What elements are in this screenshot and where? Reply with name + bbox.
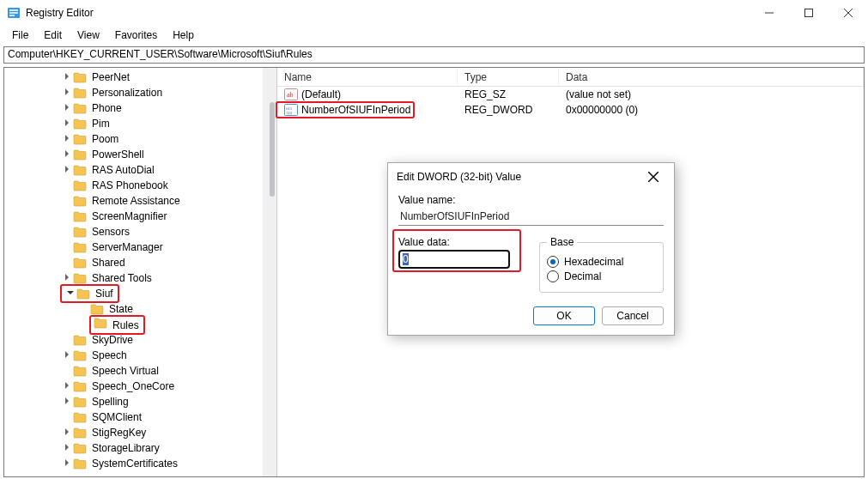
- folder-icon: [73, 149, 87, 161]
- tree-label: StorageLibrary: [90, 440, 161, 456]
- expander-icon[interactable]: [61, 85, 73, 100]
- ok-button[interactable]: OK: [533, 306, 595, 325]
- expander-icon[interactable]: [64, 286, 76, 301]
- value-name-field[interactable]: NumberOfSIUFInPeriod: [398, 208, 664, 226]
- expander-icon[interactable]: [61, 394, 73, 409]
- tree-item[interactable]: StigRegKey: [9, 425, 276, 440]
- tree-item[interactable]: Speech_OneCore: [9, 379, 276, 394]
- tree-item[interactable]: Speech: [9, 348, 276, 363]
- tree-label: Poom: [90, 131, 120, 147]
- folder-icon: [73, 380, 87, 392]
- radio-decimal[interactable]: Decimal: [547, 270, 656, 282]
- tree-item[interactable]: Spelling: [9, 394, 276, 409]
- dialog-titlebar[interactable]: Edit DWORD (32-bit) Value: [388, 163, 674, 191]
- tree-label: PeerNet: [90, 70, 131, 85]
- tree-item[interactable]: SQMClient: [9, 409, 276, 425]
- tree-label: SystemCertificates: [90, 456, 179, 471]
- expander-icon[interactable]: [61, 348, 73, 363]
- expander-icon[interactable]: [61, 425, 73, 440]
- tree-item[interactable]: RAS Phonebook: [9, 178, 276, 193]
- expander-icon[interactable]: [61, 379, 73, 394]
- folder-icon: [73, 102, 87, 114]
- tree[interactable]: PeerNetPersonalizationPhonePimPoomPowerS…: [4, 68, 276, 473]
- folder-icon: [73, 411, 87, 423]
- expander-icon[interactable]: [61, 456, 73, 471]
- tree-item[interactable]: PowerShell: [9, 147, 276, 162]
- tree-label: PowerShell: [90, 147, 146, 162]
- radio-icon: [547, 270, 559, 282]
- tree-item[interactable]: ScreenMagnifier: [9, 209, 276, 224]
- folder-icon: [73, 87, 87, 99]
- app-title: Registry Editor: [26, 7, 94, 19]
- svg-rect-1: [9, 9, 18, 11]
- tree-item[interactable]: Pim: [9, 116, 276, 131]
- folder-icon: [94, 317, 107, 329]
- tree-label: ScreenMagnifier: [90, 209, 168, 224]
- radio-label: Decimal: [564, 270, 601, 282]
- address-bar[interactable]: Computer\HKEY_CURRENT_USER\Software\Micr…: [3, 46, 865, 64]
- expander-icon[interactable]: [61, 162, 73, 178]
- expander-icon[interactable]: [61, 100, 73, 116]
- menu-view[interactable]: View: [70, 27, 106, 43]
- tree-item[interactable]: StorageLibrary: [9, 440, 276, 456]
- tree-item[interactable]: Siuf: [9, 286, 276, 301]
- highlight-box: Siuf: [60, 284, 119, 303]
- col-type[interactable]: Type: [458, 70, 559, 85]
- highlight-box: [276, 101, 415, 118]
- tree-item[interactable]: SystemCertificates: [9, 456, 276, 471]
- expander-icon[interactable]: [61, 147, 73, 162]
- scrollbar-thumb[interactable]: [270, 102, 275, 197]
- expander-icon[interactable]: [61, 131, 73, 147]
- folder-icon: [73, 179, 87, 191]
- tree-label: Siuf: [94, 286, 115, 301]
- tree-scrollbar[interactable]: [263, 68, 276, 476]
- list-header: Name Type Data: [277, 68, 864, 87]
- folder-icon: [73, 210, 87, 222]
- minimize-button[interactable]: [750, 0, 789, 26]
- tree-item[interactable]: Poom: [9, 131, 276, 147]
- value-name-label: Value name:: [398, 194, 664, 206]
- tree-label: Speech: [90, 348, 129, 363]
- tree-item[interactable]: Shared: [9, 255, 276, 270]
- value-type: REG_SZ: [458, 88, 559, 100]
- menu-edit[interactable]: Edit: [37, 27, 69, 43]
- tree-item[interactable]: SkyDrive: [9, 332, 276, 348]
- expander-icon[interactable]: [61, 70, 73, 85]
- tree-label: Shared: [90, 255, 127, 270]
- tree-item[interactable]: Shared Tools: [9, 270, 276, 286]
- edit-dword-dialog: Edit DWORD (32-bit) Value Value name: Nu…: [387, 162, 675, 336]
- menu-favorites[interactable]: Favorites: [108, 27, 164, 43]
- tree-item[interactable]: Remote Assistance: [9, 193, 276, 209]
- tree-item[interactable]: ServerManager: [9, 240, 276, 255]
- folder-icon: [73, 71, 87, 83]
- cancel-button[interactable]: Cancel: [602, 306, 664, 325]
- folder-icon: [73, 241, 87, 253]
- tree-item[interactable]: Speech Virtual: [9, 363, 276, 379]
- tree-item[interactable]: RAS AutoDial: [9, 162, 276, 178]
- menu-file[interactable]: File: [5, 27, 35, 43]
- tree-item[interactable]: Sensors: [9, 224, 276, 240]
- tree-item[interactable]: PeerNet: [9, 70, 276, 85]
- dialog-close-button[interactable]: [641, 165, 665, 189]
- menu-help[interactable]: Help: [166, 27, 201, 43]
- list-row[interactable]: ab(Default)REG_SZ(value not set): [277, 87, 864, 102]
- expander-icon[interactable]: [61, 116, 73, 131]
- folder-icon: [76, 288, 90, 300]
- col-name[interactable]: Name: [277, 70, 458, 85]
- tree-label: Rules: [111, 319, 141, 331]
- col-data[interactable]: Data: [559, 70, 864, 85]
- radio-hexadecimal[interactable]: Hexadecimal: [547, 256, 656, 268]
- value-data: 0x00000000 (0): [559, 104, 864, 116]
- tree-label: Personalization: [90, 85, 164, 100]
- close-button[interactable]: [829, 0, 868, 26]
- tree-label: SkyDrive: [90, 332, 135, 348]
- tree-label: Speech_OneCore: [90, 379, 176, 394]
- tree-item[interactable]: Rules: [9, 317, 276, 332]
- tree-item[interactable]: Personalization: [9, 85, 276, 100]
- folder-icon: [73, 349, 87, 361]
- tree-label: Sensors: [90, 224, 131, 240]
- folder-icon: [73, 334, 87, 346]
- expander-icon[interactable]: [61, 440, 73, 456]
- maximize-button[interactable]: [789, 0, 829, 26]
- tree-item[interactable]: Phone: [9, 100, 276, 116]
